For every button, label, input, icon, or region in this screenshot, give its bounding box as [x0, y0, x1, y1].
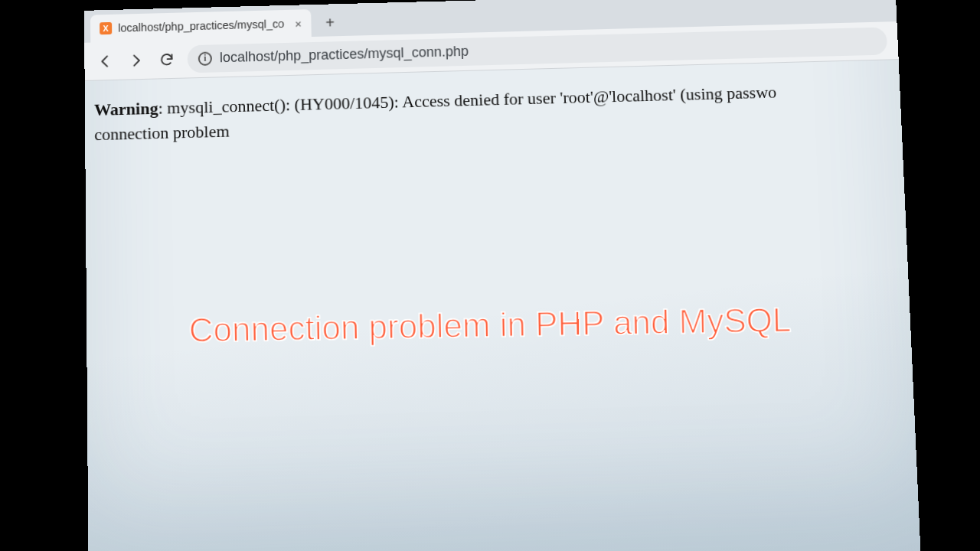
forward-button[interactable]	[126, 50, 145, 70]
site-info-icon[interactable]: i	[198, 51, 212, 66]
close-tab-icon[interactable]: ×	[295, 17, 302, 30]
arrow-left-icon	[97, 53, 113, 69]
reload-button[interactable]	[157, 49, 177, 70]
active-tab[interactable]: X localhost/php_practices/mysql_co ×	[90, 9, 311, 43]
browser-window: X localhost/php_practices/mysql_co × + i…	[84, 0, 921, 551]
reload-icon	[159, 51, 175, 67]
tab-title: localhost/php_practices/mysql_co	[118, 18, 284, 34]
back-button[interactable]	[95, 51, 115, 71]
url-text: localhost/php_practices/mysql_conn.php	[220, 44, 469, 67]
warning-label: Warning	[94, 99, 158, 119]
arrow-right-icon	[129, 52, 144, 68]
new-tab-button[interactable]: +	[318, 11, 342, 34]
xampp-favicon-icon: X	[100, 22, 112, 34]
